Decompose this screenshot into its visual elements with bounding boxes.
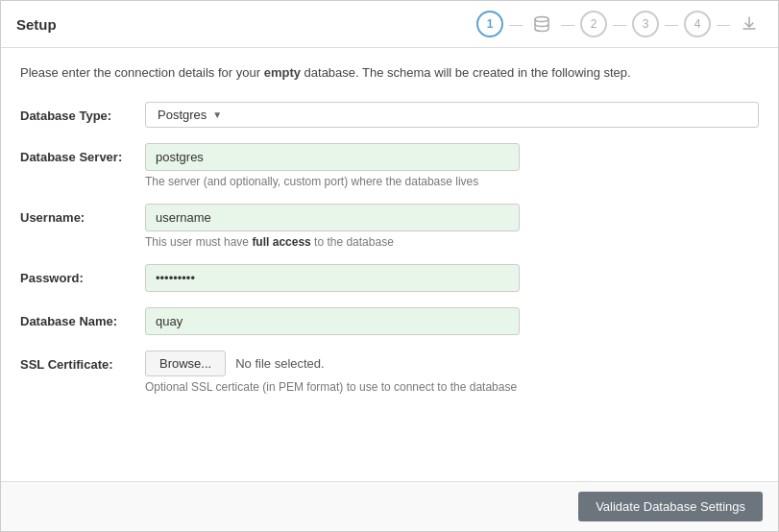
form-content: Please enter the connection details for … [1, 48, 778, 481]
step-dash-2: — [561, 16, 574, 32]
page-title: Setup [16, 16, 57, 33]
password-field [145, 264, 759, 292]
database-type-row: Database Type: Postgres ▼ [20, 102, 759, 128]
step-1: 1 [476, 11, 503, 37]
username-field: This user must have full access to the d… [145, 204, 759, 249]
step-db-icon [528, 11, 555, 37]
validate-button[interactable]: Validate Database Settings [578, 492, 763, 521]
chevron-down-icon: ▼ [212, 109, 222, 120]
password-input[interactable] [145, 264, 520, 292]
username-hint: This user must have full access to the d… [145, 235, 759, 249]
step-dash-4: — [665, 16, 678, 32]
setup-window: Setup 1 — — 2 — 3 — 4 [0, 0, 779, 532]
database-server-label: Database Server: [20, 143, 145, 164]
database-name-label: Database Name: [20, 307, 145, 328]
database-server-row: Database Server: The server (and optiona… [20, 143, 759, 188]
username-row: Username: This user must have full acces… [20, 204, 759, 249]
ssl-file-row: Browse... No file selected. [145, 351, 759, 376]
database-type-dropdown[interactable]: Postgres ▼ [145, 102, 759, 128]
database-name-input[interactable] [145, 307, 520, 335]
database-type-label: Database Type: [20, 102, 145, 123]
svg-point-0 [535, 17, 548, 22]
title-bar: Setup 1 — — 2 — 3 — 4 [1, 1, 778, 48]
step-3: 3 [632, 11, 659, 37]
step-2: 2 [580, 11, 607, 37]
stepper: 1 — — 2 — 3 — 4 — [476, 11, 763, 37]
ssl-certificate-field: Browse... No file selected. Optional SSL… [145, 351, 759, 394]
username-input[interactable] [145, 204, 520, 231]
step-dash-1: — [509, 16, 523, 32]
footer: Validate Database Settings [1, 481, 778, 531]
username-label: Username: [20, 204, 145, 225]
ssl-certificate-label: SSL Certificate: [20, 351, 145, 372]
browse-button[interactable]: Browse... [145, 351, 226, 376]
database-type-value: Postgres [158, 108, 207, 122]
step-dash-5: — [717, 16, 730, 32]
password-row: Password: [20, 264, 759, 292]
database-name-row: Database Name: [20, 307, 759, 335]
password-label: Password: [20, 264, 145, 285]
step-dash-3: — [613, 16, 626, 32]
database-server-input[interactable] [145, 143, 520, 171]
database-server-field: The server (and optionally, custom port)… [145, 143, 759, 188]
ssl-certificate-row: SSL Certificate: Browse... No file selec… [20, 351, 759, 394]
no-file-text: No file selected. [235, 356, 325, 371]
database-name-field [145, 307, 759, 335]
database-type-field: Postgres ▼ [145, 102, 759, 128]
ssl-hint: Optional SSL certicate (in PEM format) t… [145, 380, 759, 394]
step-4: 4 [684, 11, 711, 37]
description-text: Please enter the connection details for … [20, 63, 759, 83]
step-download-icon [736, 11, 763, 37]
database-server-hint: The server (and optionally, custom port)… [145, 175, 759, 188]
